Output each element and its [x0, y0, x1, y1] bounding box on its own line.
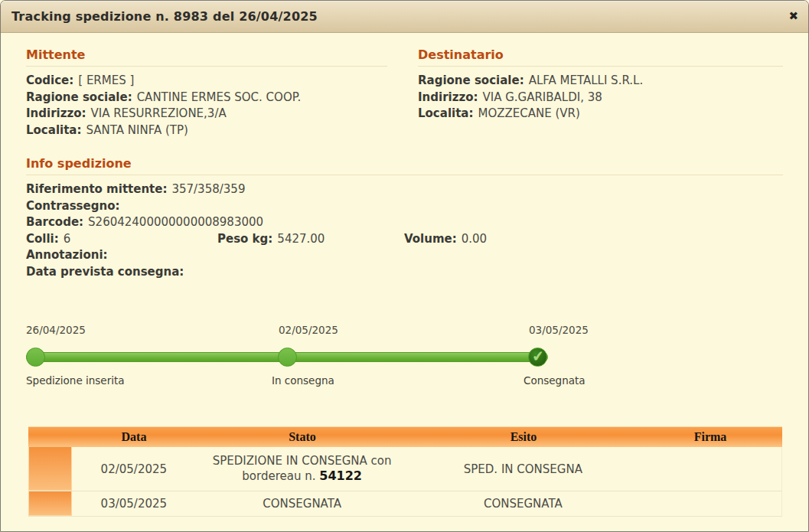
timeline-date: 03/05/2025	[529, 324, 589, 336]
cell-data: 02/05/2025	[72, 447, 196, 491]
recipient-section: Destinatario Ragione sociale:ALFA METALL…	[418, 47, 783, 139]
field-label: Colli:	[26, 232, 59, 246]
tracking-dialog: Tracking spedizione n. 8983 del 26/04/20…	[0, 0, 809, 532]
timeline-date: 26/04/2025	[26, 324, 86, 336]
field-value: S26042400000000008983000	[88, 215, 263, 229]
reference-line: Riferimento mittente:357/358/359	[26, 181, 783, 198]
field-value: [ ERMES ]	[78, 73, 134, 87]
field-value: VIA RESURREZIONE,3/A	[90, 106, 226, 120]
field-label: Data prevista consegna:	[26, 265, 184, 279]
field-value: 0.00	[462, 232, 487, 246]
sender-code-line: Codice:[ ERMES ]	[26, 73, 387, 90]
header-stato: Stato	[196, 427, 409, 447]
table-row: 03/05/2025 CONSEGNATA CONSEGNATA	[28, 491, 782, 517]
notes-line: Annotazioni:	[26, 247, 783, 264]
checkmark-icon: ✔	[531, 348, 545, 364]
field-label: Riferimento mittente:	[26, 182, 167, 196]
field-value: MOZZECANE (VR)	[478, 106, 579, 120]
field-label: Barcode:	[26, 215, 83, 229]
parties-section: Mittente Codice:[ ERMES ] Ragione social…	[26, 47, 783, 139]
cell-stato: CONSEGNATA	[196, 491, 409, 516]
barcode-line: Barcode:S26042400000000008983000	[26, 214, 783, 231]
recipient-address-line: Indirizzo:VIA G.GARIBALDI, 38	[418, 90, 783, 106]
field-label: Ragione sociale:	[26, 90, 132, 104]
header-spacer	[28, 427, 72, 447]
header-firma: Firma	[638, 427, 782, 447]
field-value: CANTINE ERMES SOC. COOP.	[137, 90, 302, 104]
cell-data: 03/05/2025	[72, 491, 196, 516]
timeline-step-label: In consegna	[272, 374, 334, 387]
timeline-node-in-delivery	[278, 348, 297, 367]
sender-section: Mittente Codice:[ ERMES ] Ragione social…	[26, 47, 387, 139]
recipient-company-line: Ragione sociale:ALFA METALLI S.R.L.	[418, 73, 783, 90]
header-data: Data	[72, 427, 196, 447]
close-icon[interactable]: ✖	[788, 8, 798, 24]
field-label: Codice:	[26, 73, 73, 87]
cell-stato: SPEDIZIONE IN CONSEGNA con bordereau n. …	[196, 447, 409, 491]
field-label: Contrassegno:	[26, 199, 119, 213]
table-row: 02/05/2025 SPEDIZIONE IN CONSEGNA con bo…	[28, 447, 782, 491]
stato-line1: CONSEGNATA	[263, 497, 341, 511]
field-label: Indirizzo:	[26, 106, 86, 120]
expected-delivery-line: Data prevista consegna:	[26, 264, 783, 281]
stato-text: SPEDIZIONE IN CONSEGNA con bordereau n. …	[213, 454, 392, 484]
field-value: 6	[64, 232, 71, 246]
row-marker-cell	[28, 447, 72, 491]
dialog-content: Mittente Codice:[ ERMES ] Ragione social…	[1, 33, 808, 517]
timeline-node-inserted	[26, 348, 45, 367]
parcels-field: Colli:6	[26, 231, 217, 248]
tracking-timeline: 26/04/2025 02/05/2025 03/05/2025 ✔ Spedi…	[26, 324, 548, 390]
stato-text: CONSEGNATA	[263, 497, 341, 511]
weight-field: Peso kg:5427.00	[217, 231, 404, 248]
table-header-row: Data Stato Esito Firma	[28, 426, 782, 447]
field-label: Localita:	[418, 106, 473, 120]
dialog-title: Tracking spedizione n. 8983 del 26/04/20…	[11, 9, 318, 24]
field-label: Indirizzo:	[418, 90, 478, 104]
row-marker-cell	[28, 491, 72, 516]
timeline-step-label: Spedizione inserita	[26, 374, 125, 387]
sender-city-line: Localita:SANTA NINFA (TP)	[26, 122, 387, 139]
timeline-date: 02/05/2025	[279, 324, 338, 336]
shipment-info-heading: Info spedizione	[26, 156, 783, 175]
field-value: SANTA NINFA (TP)	[86, 123, 188, 137]
cell-firma	[638, 491, 781, 516]
recipient-city-line: Localita:MOZZECANE (VR)	[418, 106, 783, 122]
field-value: 357/358/359	[171, 182, 245, 196]
stato-line1: SPEDIZIONE IN CONSEGNA con	[213, 454, 392, 468]
recipient-heading: Destinatario	[418, 47, 783, 67]
bordereau-number: 54122	[319, 468, 362, 483]
cod-line: Contrassegno:	[26, 198, 783, 215]
field-value: VIA G.GARIBALDI, 38	[482, 90, 602, 104]
field-label: Peso kg:	[217, 232, 272, 246]
sender-heading: Mittente	[26, 47, 387, 67]
field-label: Localita:	[26, 123, 81, 137]
cell-esito: CONSEGNATA	[408, 491, 638, 516]
cell-firma	[638, 447, 781, 491]
parcels-weight-volume-line: Colli:6 Peso kg:5427.00 Volume:0.00	[26, 231, 783, 248]
volume-field: Volume:0.00	[404, 231, 487, 248]
shipment-info-section: Info spedizione Riferimento mittente:357…	[26, 156, 783, 280]
field-value: ALFA METALLI S.R.L.	[529, 73, 644, 87]
stato-line2-prefix: bordereau n.	[242, 469, 319, 483]
cell-esito: SPED. IN CONSEGNA	[408, 447, 638, 491]
field-label: Ragione sociale:	[418, 73, 524, 87]
field-label: Volume:	[404, 232, 457, 246]
field-label: Annotazioni:	[26, 248, 108, 262]
sender-company-line: Ragione sociale:CANTINE ERMES SOC. COOP.	[26, 90, 387, 106]
timeline-step-label: Consegnata	[524, 374, 586, 387]
status-history-table: Data Stato Esito Firma 02/05/2025 SPEDIZ…	[28, 426, 782, 517]
sender-address-line: Indirizzo:VIA RESURREZIONE,3/A	[26, 106, 387, 122]
stato-line2: bordereau n. 54122	[213, 468, 392, 484]
header-esito: Esito	[409, 427, 638, 447]
timeline-node-delivered: ✔	[528, 348, 547, 367]
field-value: 5427.00	[277, 232, 325, 246]
dialog-titlebar: Tracking spedizione n. 8983 del 26/04/20…	[1, 1, 808, 33]
